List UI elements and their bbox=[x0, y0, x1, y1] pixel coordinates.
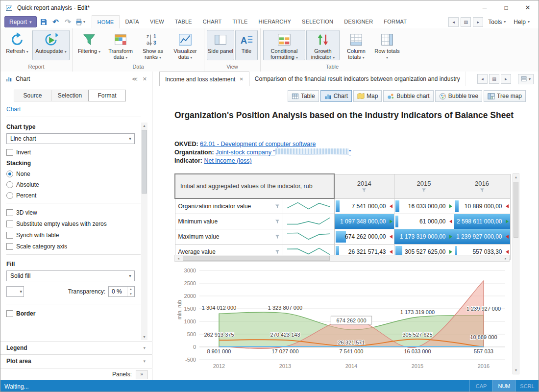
close-tab-icon[interactable]: ✕ bbox=[239, 76, 243, 82]
tab-view[interactable]: VIEW bbox=[145, 15, 170, 28]
row-totals-button[interactable]: Row totals ▾ bbox=[373, 30, 401, 60]
scale-category-axis-checkbox[interactable] bbox=[6, 243, 13, 250]
table-row-label[interactable]: Maximum value bbox=[175, 229, 283, 245]
tab-scroll-right-button[interactable]: ▸ bbox=[501, 74, 511, 84]
sidebar-tab-selection[interactable]: Selection bbox=[51, 90, 89, 101]
redo-button[interactable]: ↷ bbox=[63, 17, 74, 27]
fill-select[interactable]: Solid fill ▾ bbox=[6, 270, 135, 281]
tab-data[interactable]: DATA bbox=[120, 15, 145, 28]
visualizer-map-button[interactable]: Map bbox=[353, 90, 382, 102]
column-totals-button[interactable]: Column totals ▾ bbox=[341, 30, 372, 60]
transform-data-button[interactable]: Transform data ▾ bbox=[104, 30, 137, 60]
3d-view-checkbox[interactable] bbox=[6, 209, 13, 216]
substitute-zeros-option[interactable]: Substitute empty values with zeros bbox=[6, 220, 135, 227]
tab-scroll-left-button[interactable]: ◂ bbox=[477, 74, 488, 84]
panels-expand-button[interactable]: » bbox=[136, 370, 147, 379]
filter-icon[interactable] bbox=[275, 234, 280, 239]
refresh-button[interactable]: Refresh ▾ bbox=[3, 30, 31, 60]
doc-tab-comparison[interactable]: Comparison of the financial result indic… bbox=[249, 72, 466, 86]
scroll-up-icon[interactable]: ▲ bbox=[141, 122, 147, 129]
tab-list-button[interactable]: ▤ bbox=[489, 74, 499, 84]
table-value-cell[interactable]: 61 000,00 bbox=[394, 214, 454, 229]
scroll-right-icon[interactable]: ▸ bbox=[502, 255, 509, 261]
table-value-cell[interactable]: 1 097 348 000,00 bbox=[334, 214, 394, 229]
horizontal-scrollbar[interactable]: ◂ ▸ bbox=[174, 255, 510, 262]
visualizer-chart-button[interactable]: Chart bbox=[320, 90, 352, 102]
table-value-cell[interactable]: 2 598 611 000,00 bbox=[454, 214, 510, 229]
doc-tab-income-statement[interactable]: Income and loss statement ✕ bbox=[159, 72, 249, 87]
scroll-up-icon[interactable]: ▲ bbox=[513, 174, 519, 181]
scroll-down-icon[interactable]: ▼ bbox=[141, 334, 147, 340]
scroll-left-icon[interactable]: ◂ bbox=[175, 255, 182, 261]
table-value-cell[interactable]: 16 033 000,00 bbox=[394, 198, 454, 214]
undo-button[interactable]: ↶ bbox=[50, 17, 61, 27]
table-year-header[interactable]: 2016 bbox=[454, 174, 510, 198]
collapse-panel-button[interactable]: ≪ bbox=[132, 76, 138, 82]
nav-prev-button[interactable]: ◂ bbox=[448, 17, 459, 27]
nav-pages-button[interactable]: ▤ bbox=[461, 17, 471, 27]
filter-icon[interactable] bbox=[421, 188, 426, 193]
spin-up-icon[interactable]: ▲ bbox=[127, 287, 134, 292]
print-button[interactable]: ▾ bbox=[75, 17, 86, 27]
minimize-button[interactable]: ─ bbox=[474, 0, 495, 15]
tab-title[interactable]: TITLE bbox=[227, 15, 253, 28]
table-year-header[interactable]: 2014 bbox=[334, 174, 394, 198]
filter-icon[interactable] bbox=[275, 249, 280, 254]
fill-color-select[interactable]: ▾ bbox=[6, 286, 24, 297]
substitute-zeros-checkbox[interactable] bbox=[6, 220, 13, 227]
border-checkbox[interactable] bbox=[6, 310, 13, 317]
autoupdate-button[interactable]: Autoupdate ▾ bbox=[32, 30, 70, 60]
scale-category-axis-option[interactable]: Scale category axis bbox=[6, 243, 135, 250]
sidebar-tab-format[interactable]: Format bbox=[88, 90, 126, 101]
table-value-cell[interactable]: 674 262 000,00 bbox=[334, 229, 394, 245]
table-row-label[interactable]: Minimum value bbox=[175, 214, 283, 229]
tab-designer[interactable]: DESIGNER bbox=[339, 15, 378, 28]
tab-home[interactable]: HOME bbox=[92, 15, 120, 28]
filter-icon[interactable] bbox=[275, 204, 280, 209]
filtering-button[interactable]: Filtering ▾ bbox=[75, 30, 103, 60]
invert-option[interactable]: Invert bbox=[6, 149, 135, 156]
scrollbar-thumb[interactable] bbox=[183, 256, 330, 261]
table-value-cell[interactable]: 7 541 000,00 bbox=[334, 198, 394, 214]
title-button[interactable]: A Title bbox=[235, 30, 258, 60]
stacking-absolute-option[interactable]: Absolute bbox=[6, 181, 135, 188]
growth-indicator-button[interactable]: Growth indicator ▾ bbox=[306, 30, 340, 60]
tab-hierarchy[interactable]: HIERARCHY bbox=[253, 15, 297, 28]
chart-canvas[interactable]: 300025002000150010005000-500201220132014… bbox=[179, 267, 522, 373]
scroll-down-icon[interactable]: ▼ bbox=[513, 367, 519, 374]
tab-table[interactable]: TABLE bbox=[170, 15, 197, 28]
indicator-link[interactable]: Net income (loss) bbox=[204, 157, 251, 164]
table-value-cell[interactable]: 10 889 000,00 bbox=[454, 198, 510, 214]
section-plot-area[interactable]: Plot area ▾ bbox=[0, 354, 152, 368]
radio-percent[interactable] bbox=[6, 192, 13, 199]
spin-down-icon[interactable]: ▼ bbox=[127, 292, 134, 296]
synch-with-table-option[interactable]: Synch with table bbox=[6, 232, 135, 239]
conditional-formatting-button[interactable]: Conditional formatting ▾ bbox=[263, 30, 305, 60]
nav-next-button[interactable]: ▸ bbox=[473, 17, 483, 27]
tab-format[interactable]: FORMAT bbox=[378, 15, 412, 28]
organization-link[interactable]: Joint-stock company "" bbox=[216, 149, 351, 156]
visualizer-bubble-tree-button[interactable]: Bubble tree bbox=[435, 90, 482, 102]
radio-none[interactable] bbox=[6, 171, 13, 177]
report-menu-button[interactable]: Report ▾ bbox=[4, 16, 37, 27]
section-legend[interactable]: Legend ▾ bbox=[0, 341, 152, 354]
table-year-header[interactable]: 2015 bbox=[394, 174, 454, 198]
scrollbar-thumb[interactable] bbox=[514, 182, 518, 238]
synch-with-table-checkbox[interactable] bbox=[6, 232, 13, 239]
filter-icon[interactable] bbox=[480, 188, 485, 193]
visualizer-table-button[interactable]: Table bbox=[288, 90, 319, 102]
transparency-spinner[interactable]: 0 % ▲ ▼ bbox=[108, 286, 135, 297]
show-as-ranks-button[interactable]: z a 1 3 Show as ranks ▾ bbox=[138, 30, 168, 60]
tab-selection[interactable]: SELECTION bbox=[296, 15, 339, 28]
sidebar-tab-source[interactable]: Source bbox=[14, 90, 51, 101]
3d-view-option[interactable]: 3D view bbox=[6, 209, 135, 216]
filter-icon[interactable] bbox=[275, 219, 280, 224]
visualizer-tree-map-button[interactable]: Tree map bbox=[484, 90, 526, 102]
layout-split-button[interactable]: ▾ bbox=[518, 74, 534, 84]
table-row-label[interactable]: Organization indicator value bbox=[175, 198, 283, 214]
chart-type-select[interactable]: Line chart ▾ bbox=[6, 133, 135, 144]
section-chart[interactable]: Chart bbox=[6, 106, 141, 117]
close-panel-button[interactable]: ✕ bbox=[143, 76, 147, 82]
filter-icon[interactable] bbox=[362, 188, 367, 193]
tab-chart[interactable]: CHART bbox=[197, 15, 227, 28]
